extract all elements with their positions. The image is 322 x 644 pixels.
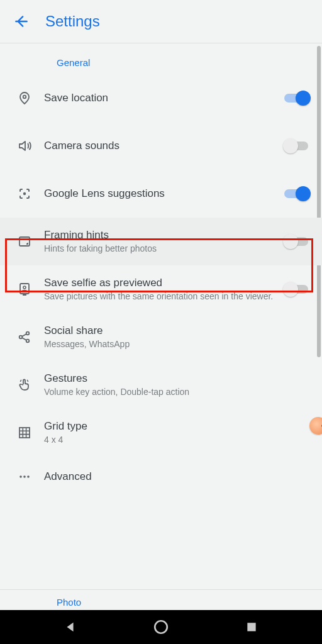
settings-content: General Save location Camera sounds — [0, 43, 322, 611]
section-divider — [0, 589, 322, 590]
page-title: Settings — [45, 13, 100, 30]
setting-sublabel: Save pictures with the same orientation … — [44, 291, 277, 303]
setting-advanced[interactable]: Advanced — [0, 457, 322, 497]
app-bar: Settings — [0, 0, 322, 43]
selfie-icon — [5, 282, 44, 297]
lens-icon — [5, 186, 44, 201]
back-button[interactable] — [13, 13, 30, 30]
toggle-save-selfie[interactable] — [284, 282, 311, 297]
svg-rect-13 — [247, 623, 255, 631]
triangle-back-icon — [64, 620, 77, 634]
share-icon — [5, 330, 44, 345]
setting-label: Save selfie as previewed — [44, 277, 277, 289]
setting-label: Camera sounds — [44, 140, 277, 152]
setting-framing-hints[interactable]: Framing hints Hints for taking better ph… — [0, 218, 322, 265]
framing-icon — [5, 234, 44, 249]
toggle-framing-hints[interactable] — [284, 234, 311, 249]
setting-social-share[interactable]: Social share Messages, WhatsApp — [0, 313, 322, 361]
svg-rect-8 — [19, 428, 30, 438]
volume-icon — [5, 138, 44, 153]
setting-label: Advanced — [44, 470, 303, 483]
gesture-icon — [5, 377, 44, 392]
svg-point-4 — [23, 286, 26, 289]
more-icon — [5, 469, 44, 484]
svg-point-11 — [27, 475, 30, 478]
svg-point-6 — [19, 336, 23, 339]
setting-sublabel: Messages, WhatsApp — [44, 338, 303, 350]
phone-frame: Settings General Save location Camera so… — [0, 0, 322, 644]
arrow-back-icon — [13, 13, 30, 30]
setting-label: Grid type — [44, 420, 303, 433]
setting-gestures[interactable]: Gestures Volume key action, Double-tap a… — [0, 361, 322, 409]
setting-grid-type[interactable]: Grid type 4 x 4 — [0, 409, 322, 457]
nav-back-button[interactable] — [52, 614, 89, 640]
toggle-save-location[interactable] — [284, 91, 311, 106]
location-pin-icon — [5, 91, 44, 106]
svg-point-9 — [19, 475, 22, 478]
toggle-google-lens[interactable] — [284, 186, 311, 201]
grid-icon — [5, 425, 44, 440]
setting-label: Save location — [44, 92, 277, 104]
nav-recents-button[interactable] — [233, 614, 270, 640]
section-header-general: General — [0, 43, 322, 74]
nav-home-button[interactable] — [142, 614, 180, 640]
square-recents-icon — [245, 621, 258, 633]
svg-point-12 — [155, 621, 167, 633]
setting-google-lens[interactable]: Google Lens suggestions — [0, 170, 322, 218]
setting-save-selfie[interactable]: Save selfie as previewed Save pictures w… — [0, 265, 322, 313]
section-header-photo: Photo — [57, 597, 81, 608]
setting-save-location[interactable]: Save location — [0, 74, 322, 122]
setting-sublabel: Volume key action, Double-tap action — [44, 386, 303, 398]
svg-point-0 — [23, 96, 26, 99]
svg-point-5 — [26, 332, 30, 335]
svg-point-10 — [23, 475, 26, 478]
circle-home-icon — [153, 619, 169, 635]
toggle-camera-sounds[interactable] — [284, 138, 311, 153]
setting-label: Google Lens suggestions — [44, 187, 277, 200]
setting-label: Gestures — [44, 372, 303, 385]
setting-label: Social share — [44, 325, 303, 337]
setting-sublabel: Hints for taking better photos — [44, 243, 277, 255]
setting-sublabel: 4 x 4 — [44, 434, 303, 446]
svg-point-7 — [26, 340, 30, 343]
svg-point-1 — [23, 192, 26, 195]
setting-camera-sounds[interactable]: Camera sounds — [0, 122, 322, 170]
floating-bubble[interactable] — [309, 417, 322, 435]
setting-label: Framing hints — [44, 229, 277, 242]
android-nav-bar — [0, 610, 322, 644]
